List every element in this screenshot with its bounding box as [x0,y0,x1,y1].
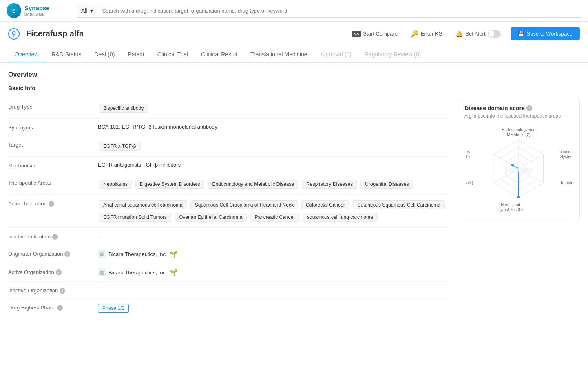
active-org-info-icon: i [56,269,62,275]
active-indication-tag: EGFR mutation Solid Tumors [99,213,171,222]
svg-point-0 [12,31,15,35]
filter-value: All [81,7,88,14]
tab-navigation: OverviewR&D StatusDeal (0)PatentClinical… [0,46,588,63]
svg-text:Neoplasms (8): Neoplasms (8) [466,180,473,185]
therapeutic-area-tag: Endocrinology and Metabolic Disease [208,180,298,189]
therapeutic-area-tag: Digestive System Disorders [135,180,204,189]
therapeutic-areas-label: Therapeutic Areas [8,179,98,186]
radar-svg: patsnap Endocrinology and Metabolic (2) … [466,124,572,214]
enter-kg-label: Enter KG [421,31,442,37]
active-indication-tag: squamous cell lung carcinoma [303,213,377,222]
inactive-org-row: Inactive Organization i - [8,282,449,299]
drug-type-tag: Bispecific antibody [99,104,148,113]
therapeutic-area-tag: Urogenital Diseases [360,180,413,189]
originator-org-value: 🏢 Bicara Therapeutics, Inc. 🌱 [98,250,449,258]
drug-header: Ficerafusp alfa VS Start Compare 🔑 Enter… [0,22,588,46]
therapeutic-area-tag: Respiratory Diseases [302,180,357,189]
header-actions: VS Start Compare 🔑 Enter KG 🔔 Set Alert … [349,27,580,40]
synonyms-value: BCA 101, EGFR/TGFβ fusion monoclonal ant… [98,124,449,130]
section-title: Overview [8,71,580,78]
search-input[interactable] [97,4,581,17]
originator-org-label: Originator Organization i [8,250,98,257]
svg-text:Lymphatic (0): Lymphatic (0) [498,207,523,212]
enter-kg-button[interactable]: 🔑 Enter KG [407,28,446,39]
active-org-value: 🏢 Bicara Therapeutics, Inc. 🌱 [98,268,449,276]
svg-point-14 [517,196,520,198]
disease-panel-subtitle: A glimpse into the focused therapeutic a… [464,113,573,119]
radar-chart: patsnap Endocrinology and Metabolic (2) … [466,124,572,214]
target-label: Target [8,141,98,148]
drug-type-row: Drug Type Bispecific antibody [8,98,449,119]
compare-button[interactable]: VS Start Compare [349,29,401,39]
active-org-row: Active Organization i 🏢 Bicara Therapeut… [8,263,449,282]
therapeutic-area-tag: Neoplasms [99,180,132,189]
active-indication-label: Active Indication i [8,200,98,207]
compare-icon: VS [352,31,361,37]
target-row: Target EGFR x TGF-β [8,136,449,157]
svg-text:patsnap: patsnap [504,165,533,174]
svg-text:Metabolic (2): Metabolic (2) [507,132,531,137]
active-indication-tag: Anal canal squamous cell carcinoma [99,200,187,209]
search-bar: All ▾ [77,4,581,18]
tab-clinical_result[interactable]: Clinical Result [195,46,244,62]
tab-regulatory_review: Regulatory Review (0) [358,46,428,62]
active-indication-info-icon: i [49,201,54,207]
logo: S Synapse by patsnap [7,3,72,18]
therapeutic-areas-row: Therapeutic Areas NeoplasmsDigestive Sys… [8,174,449,195]
tab-clinical_trial[interactable]: Clinical Trial [151,46,195,62]
content-layout: Drug Type Bispecific antibody Synonyms B… [8,98,580,318]
active-org-badge-icon: 🌱 [170,269,178,276]
tab-rd_status[interactable]: R&D Status [45,46,88,62]
active-indication-tag: Colorectal Cancer [301,200,349,209]
drug-icon [8,28,20,40]
svg-text:Infectious (0): Infectious (0) [561,180,572,185]
originator-org-name: Bicara Therapeutics, Inc. [108,251,167,257]
active-indication-tag: Cutaneous Squamous Cell Carcinoma [353,200,445,209]
mechanism-value: EGFR antagonists TGF-β inhibitors [98,162,449,168]
target-tag: EGFR x TGF-β [99,142,141,151]
inactive-indication-value: - [98,233,449,239]
set-alert-button[interactable]: 🔔 Set Alert [452,29,504,39]
target-value: EGFR x TGF-β [98,141,449,151]
drug-highest-phase-row: Drug Highest Phase i Phase 1/2 [8,299,449,318]
synonyms-label: Synonyms [8,124,98,131]
chevron-down-icon: ▾ [90,7,93,14]
disease-panel: Disease domain score i A glimpse into th… [458,98,580,220]
alert-icon: 🔔 [455,30,463,38]
logo-sub: by patsnap [24,12,50,16]
pin-icon [11,31,17,37]
alert-toggle[interactable] [488,30,501,38]
active-org-icon: 🏢 [98,268,106,276]
drug-highest-phase-label: Drug Highest Phase i [8,304,98,311]
active-indication-tag: Pancreatic Cancer [250,213,299,222]
active-indication-tag: Squamous Cell Carcinoma of Head and Neck [190,200,298,209]
inactive-org-label: Inactive Organization i [8,287,98,294]
inactive-indication-row: Inactive Indication i - [8,228,449,245]
toggle-knob [489,31,494,37]
save-icon: 💾 [518,31,524,37]
active-indication-value: Anal canal squamous cell carcinomaSquamo… [98,200,449,223]
logo-title: Synapse [24,5,50,12]
search-filter[interactable]: All ▾ [77,5,97,16]
org-icon: 🏢 [98,250,106,258]
inactive-org-value: - [98,287,449,293]
kg-icon: 🔑 [411,30,419,38]
inactive-org-info-icon: i [60,288,65,294]
active-indication-tag: Ovarian Epithelial Carcinoma [175,213,247,222]
tab-translational_medicine[interactable]: Translational Medicine [244,46,314,62]
main-content: Overview Basic Info Drug Type Bispecific… [0,63,588,326]
tab-deal[interactable]: Deal (0) [88,46,122,62]
tab-patent[interactable]: Patent [121,46,150,62]
inactive-indication-label: Inactive Indication i [8,233,98,240]
save-to-workspace-button[interactable]: 💾 Save to Workspace [511,27,580,40]
active-org-name: Bicara Therapeutics, Inc. [108,269,167,276]
svg-text:Immune: Immune [560,149,572,154]
active-org-item: 🏢 Bicara Therapeutics, Inc. 🌱 [98,268,449,276]
tab-overview[interactable]: Overview [8,46,45,62]
drug-highest-phase-value: Phase 1/2 [98,304,449,313]
svg-text:System (0): System (0) [560,154,572,159]
set-alert-label: Set Alert [465,31,485,37]
inactive-indication-info-icon: i [52,234,58,240]
therapeutic-areas-value: NeoplasmsDigestive System DisordersEndoc… [98,179,449,189]
svg-text:Nervous: Nervous [466,149,470,154]
